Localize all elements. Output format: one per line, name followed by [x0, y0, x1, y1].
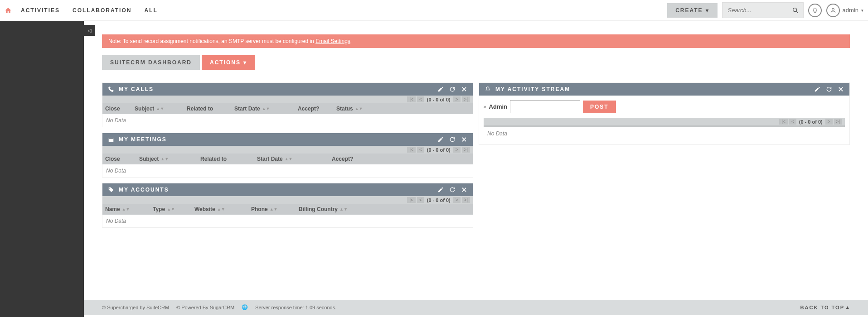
- edit-icon[interactable]: [437, 187, 444, 193]
- svg-point-5: [109, 188, 110, 189]
- post-button[interactable]: Post: [583, 101, 616, 113]
- pager-last[interactable]: >|: [462, 96, 470, 102]
- dashboard-tabs: SuiteCRM Dashboard Actions ▾: [102, 55, 850, 70]
- no-data: No Data: [102, 164, 473, 177]
- sidebar-toggle[interactable]: ◁: [84, 25, 95, 36]
- pager: |< < (0 - 0 of 0) > >|: [484, 118, 845, 125]
- close-icon[interactable]: [461, 187, 467, 193]
- pager-text: (0 - 0 of 0): [427, 147, 451, 153]
- search-wrap: [722, 2, 804, 18]
- tab-dashboard[interactable]: SuiteCRM Dashboard: [102, 55, 200, 70]
- close-icon[interactable]: [838, 86, 844, 92]
- refresh-icon[interactable]: [449, 86, 456, 92]
- sort-icon: ▲▼: [355, 108, 363, 110]
- col-close[interactable]: Close: [105, 106, 135, 112]
- col-name[interactable]: Name▲▼: [105, 206, 153, 212]
- close-icon[interactable]: [461, 86, 467, 92]
- edit-icon[interactable]: [437, 86, 444, 92]
- col-related[interactable]: Related to: [187, 106, 234, 112]
- pager-prev[interactable]: <: [417, 197, 424, 203]
- pager-last[interactable]: >|: [462, 147, 470, 153]
- col-type[interactable]: Type▲▼: [153, 206, 194, 212]
- pager-prev[interactable]: <: [417, 96, 424, 102]
- pager: |< < (0 - 0 of 0) > >|: [102, 196, 473, 204]
- pager-last[interactable]: >|: [834, 119, 842, 125]
- calendar-icon: [108, 136, 114, 143]
- dashlet-title: My Accounts: [119, 187, 169, 193]
- dashlet-my-meetings: My Meetings |< < (0 - 0 of 0) > >| Close: [102, 133, 473, 178]
- pager-next[interactable]: >: [453, 147, 461, 153]
- nav-activities[interactable]: Activities: [21, 7, 60, 14]
- col-subject[interactable]: Subject▲▼: [135, 106, 187, 112]
- bell-icon: [485, 86, 491, 92]
- pager-text: (0 - 0 of 0): [427, 97, 451, 102]
- dashlet-activity-stream: My Activity Stream » Admin Post: [479, 82, 850, 145]
- pager-next[interactable]: >: [453, 96, 461, 102]
- no-data: No Data: [102, 215, 473, 227]
- refresh-icon[interactable]: [449, 136, 456, 143]
- dashlet-my-accounts: My Accounts |< < (0 - 0 of 0) > >| Name▲…: [102, 183, 473, 228]
- pager: |< < (0 - 0 of 0) > >|: [102, 146, 473, 154]
- meetings-columns: Close Subject▲▼ Related to Start Date▲▼ …: [102, 154, 473, 164]
- col-start-date[interactable]: Start Date▲▼: [257, 156, 332, 162]
- refresh-icon[interactable]: [449, 187, 456, 193]
- pager-first[interactable]: |<: [407, 197, 415, 203]
- activity-input[interactable]: [510, 100, 580, 113]
- pager-prev[interactable]: <: [789, 119, 796, 125]
- home-icon[interactable]: [5, 7, 12, 14]
- footer-supercharged: © Supercharged by SuiteCRM: [102, 305, 169, 310]
- username-label: admin: [843, 7, 858, 14]
- create-button[interactable]: Create ▾: [667, 3, 717, 18]
- col-billing-country[interactable]: Billing Country▲▼: [299, 206, 353, 212]
- actions-label: Actions: [210, 59, 241, 66]
- nav-collaboration[interactable]: Collaboration: [73, 7, 131, 14]
- col-related[interactable]: Related to: [200, 156, 257, 162]
- col-subject[interactable]: Subject▲▼: [139, 156, 200, 162]
- col-status[interactable]: Status▲▼: [336, 106, 373, 112]
- email-settings-link[interactable]: Email Settings: [315, 38, 350, 44]
- expand-icon[interactable]: »: [484, 104, 486, 109]
- back-to-top[interactable]: Back to top ▴: [800, 304, 850, 310]
- footer: © Supercharged by SuiteCRM © Powered By …: [84, 300, 868, 315]
- edit-icon[interactable]: [437, 136, 444, 143]
- sort-icon: ▲▼: [270, 208, 278, 211]
- sort-icon: ▲▼: [122, 208, 130, 211]
- sort-icon: ▲▼: [167, 208, 175, 211]
- col-website[interactable]: Website▲▼: [194, 206, 251, 212]
- col-accept[interactable]: Accept?: [298, 106, 336, 112]
- svg-point-2: [832, 8, 834, 10]
- dashlet-title: My Calls: [119, 86, 154, 92]
- pager-next[interactable]: >: [825, 119, 833, 125]
- refresh-icon[interactable]: [826, 86, 832, 92]
- dashlet-my-calls: My Calls |< < (0 - 0 of 0) > >| Close: [102, 82, 473, 127]
- main-content: Note: To send record assignment notifica…: [84, 21, 868, 300]
- nav-all[interactable]: All: [144, 7, 157, 14]
- search-input[interactable]: [722, 2, 804, 18]
- col-phone[interactable]: Phone▲▼: [251, 206, 299, 212]
- pager-first[interactable]: |<: [779, 119, 787, 125]
- tab-actions[interactable]: Actions ▾: [202, 55, 255, 70]
- footer-server-time: Server response time: 1.09 seconds.: [255, 305, 336, 310]
- search-icon[interactable]: [792, 7, 799, 14]
- pager-first[interactable]: |<: [407, 147, 415, 153]
- accounts-columns: Name▲▼ Type▲▼ Website▲▼ Phone▲▼ Billing …: [102, 204, 473, 215]
- edit-icon[interactable]: [814, 86, 820, 92]
- user-menu[interactable]: admin ▾: [826, 4, 863, 17]
- pager-first[interactable]: |<: [407, 96, 415, 102]
- pager-next[interactable]: >: [453, 197, 461, 203]
- sort-icon: ▲▼: [160, 158, 169, 160]
- col-close[interactable]: Close: [105, 156, 139, 162]
- pager-last[interactable]: >|: [462, 197, 470, 203]
- svg-rect-4: [109, 138, 114, 139]
- top-bar: Activities Collaboration All Create ▾ ad…: [0, 0, 868, 21]
- col-start-date[interactable]: Start Date▲▼: [234, 106, 298, 112]
- activity-user-label: Admin: [489, 103, 507, 110]
- sort-icon: ▲▼: [156, 108, 164, 110]
- close-icon[interactable]: [461, 136, 467, 143]
- svg-point-0: [793, 8, 796, 11]
- col-accept[interactable]: Accept?: [332, 156, 377, 162]
- notifications-icon[interactable]: [808, 4, 822, 17]
- calls-columns: Close Subject▲▼ Related to Start Date▲▼ …: [102, 103, 473, 114]
- pager-prev[interactable]: <: [417, 147, 424, 153]
- create-label: Create: [675, 7, 703, 14]
